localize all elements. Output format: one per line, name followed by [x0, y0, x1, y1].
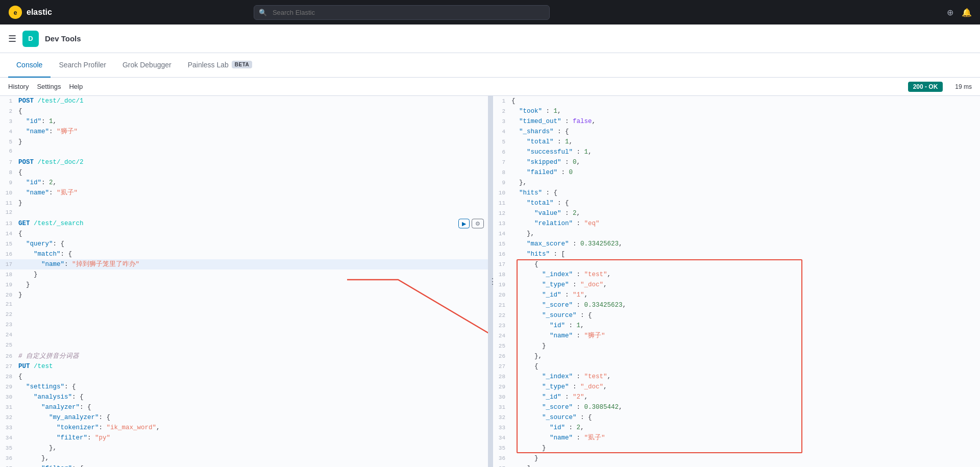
editor-line-1: 1 POST /test/_doc/1	[0, 96, 488, 106]
editor-line-35: 35 },	[0, 443, 488, 453]
svg-text:e: e	[14, 9, 17, 16]
output-line-33: 33 "id" : 2,	[493, 423, 980, 433]
editor-line-4: 4 "name": "狮子"	[0, 127, 488, 137]
output-line-19: 19 "_type" : "_doc",	[493, 280, 980, 290]
editor-line-28: 28 {	[0, 372, 488, 382]
global-search-input[interactable]	[254, 5, 550, 20]
output-line-22: 22 "_source" : {	[493, 310, 980, 321]
editor-line-24: 24	[0, 331, 488, 341]
output-line-24: 24 "name" : "狮子"	[493, 331, 980, 341]
output-line-1: 1 {	[493, 96, 980, 106]
toolbar: History Settings Help 200 - OK 19 ms	[0, 78, 980, 96]
output-line-16: 16 "hits" : [	[493, 249, 980, 259]
editor-line-37: 37 "filter": {	[0, 463, 488, 467]
beta-badge: BETA	[232, 61, 252, 68]
output-line-31: 31 "_score" : 0.3085442,	[493, 402, 980, 412]
output-line-10: 10 "hits" : {	[493, 188, 980, 198]
editor-line-17: 17 "name": "掉到狮子笼里了咋办"	[0, 259, 488, 269]
editor-line-12: 12	[0, 208, 488, 218]
code-editor[interactable]: 1 POST /test/_doc/1 2 { 3 "id": 1, 4 "na…	[0, 96, 488, 467]
editor-line-9: 9 "id": 2,	[0, 178, 488, 188]
output-line-9: 9 },	[493, 178, 980, 188]
editor-line-20: 20 }	[0, 290, 488, 300]
output-line-35: 35 }	[493, 443, 980, 453]
hamburger-menu-icon[interactable]: ☰	[8, 33, 16, 44]
output-line-2: 2 "took" : 1,	[493, 106, 980, 116]
editor-line-15: 15 "query": {	[0, 239, 488, 249]
output-line-37: 37 ]	[493, 463, 980, 467]
run-button[interactable]: ▶	[458, 219, 470, 229]
app-title: Dev Tools	[45, 34, 81, 43]
output-line-23: 23 "id" : 1,	[493, 321, 980, 331]
tab-grok-debugger[interactable]: Grok Debugger	[114, 53, 180, 78]
tab-search-profiler[interactable]: Search Profiler	[51, 53, 114, 78]
output-line-14: 14 },	[493, 229, 980, 239]
elastic-logo[interactable]: e elastic	[8, 5, 52, 19]
output-line-8: 8 "failed" : 0	[493, 167, 980, 178]
output-line-28: 28 "_index" : "test",	[493, 372, 980, 382]
editor-line-21: 21	[0, 300, 488, 310]
output-line-26: 26 },	[493, 351, 980, 361]
editor-line-5: 5 }	[0, 137, 488, 147]
output-line-15: 15 "max_score" : 0.33425623,	[493, 239, 980, 249]
status-badge: 200 - OK	[908, 82, 943, 92]
editor-line-7: 7 POST /test/_doc/2	[0, 157, 488, 167]
editor-line-13: 13 GET /test/_search ▶ ⚙	[0, 218, 488, 229]
output-line-36: 36 }	[493, 453, 980, 463]
response-time: 19 ms	[955, 83, 972, 90]
output-line-7: 7 "skipped" : 0,	[493, 157, 980, 167]
editor-line-30: 30 "analysis": {	[0, 392, 488, 402]
editor-line-19: 19 }	[0, 280, 488, 290]
output-line-13: 13 "relation" : "eq"	[493, 218, 980, 229]
editor-line-33: 33 "tokenizer": "ik_max_word",	[0, 423, 488, 433]
search-icon: 🔍	[259, 9, 267, 16]
app-bar: ☰ D Dev Tools	[0, 24, 980, 53]
editor-line-25: 25	[0, 341, 488, 351]
editor-line-31: 31 "analyzer": {	[0, 402, 488, 412]
global-search-bar[interactable]: 🔍	[254, 5, 550, 20]
output-line-21: 21 "_score" : 0.33425623,	[493, 300, 980, 310]
main-content: 1 POST /test/_doc/1 2 { 3 "id": 1, 4 "na…	[0, 96, 980, 467]
settings-button[interactable]: Settings	[37, 83, 61, 90]
output-code: 1 { 2 "took" : 1, 3 "timed_out" : false,…	[493, 96, 980, 467]
editor-line-27: 27 PUT /test	[0, 361, 488, 372]
editor-line-32: 32 "my_analyzer": {	[0, 412, 488, 423]
output-panel[interactable]: 1 { 2 "took" : 1, 3 "timed_out" : false,…	[493, 96, 980, 467]
output-line-12: 12 "value" : 2,	[493, 208, 980, 218]
wrench-button[interactable]: ⚙	[472, 219, 484, 229]
editor-line-16: 16 "match": {	[0, 249, 488, 259]
top-navigation: e elastic 🔍 ⊕ 🔔	[0, 0, 980, 24]
output-line-34: 34 "name" : "虱子"	[493, 433, 980, 443]
output-line-11: 11 "total" : {	[493, 198, 980, 208]
history-button[interactable]: History	[8, 83, 29, 90]
editor-line-3: 3 "id": 1,	[0, 116, 488, 127]
help-circle-icon[interactable]: ⊕	[947, 8, 953, 17]
output-line-29: 29 "_type" : "_doc",	[493, 382, 980, 392]
editor-line-26: 26 # 自定义拼音分词器	[0, 351, 488, 361]
elastic-logo-text: elastic	[27, 8, 52, 17]
output-line-17: 17 {	[493, 259, 980, 269]
bell-icon[interactable]: 🔔	[962, 8, 972, 17]
editor-panel[interactable]: 1 POST /test/_doc/1 2 { 3 "id": 1, 4 "na…	[0, 96, 490, 467]
editor-line-29: 29 "settings": {	[0, 382, 488, 392]
editor-line-36: 36 },	[0, 453, 488, 463]
help-button[interactable]: Help	[69, 83, 83, 90]
output-line-6: 6 "successful" : 1,	[493, 147, 980, 157]
editor-line-14: 14 {	[0, 229, 488, 239]
app-badge: D	[22, 31, 39, 47]
editor-line-18: 18 }	[0, 269, 488, 280]
output-line-3: 3 "timed_out" : false,	[493, 116, 980, 127]
editor-line-34: 34 "filter": "py"	[0, 433, 488, 443]
tabs-bar: Console Search Profiler Grok Debugger Pa…	[0, 53, 980, 78]
output-line-27: 27 {	[493, 361, 980, 372]
output-line-18: 18 "_index" : "test",	[493, 269, 980, 280]
nav-icon-group: ⊕ 🔔	[947, 8, 972, 17]
tab-console[interactable]: Console	[8, 53, 51, 78]
output-line-30: 30 "_id" : "2",	[493, 392, 980, 402]
editor-line-2: 2 {	[0, 106, 488, 116]
editor-line-23: 23	[0, 321, 488, 331]
output-line-4: 4 "_shards" : {	[493, 127, 980, 137]
tab-painless-lab[interactable]: Painless Lab BETA	[180, 53, 261, 78]
editor-line-22: 22	[0, 310, 488, 321]
editor-line-8: 8 {	[0, 167, 488, 178]
